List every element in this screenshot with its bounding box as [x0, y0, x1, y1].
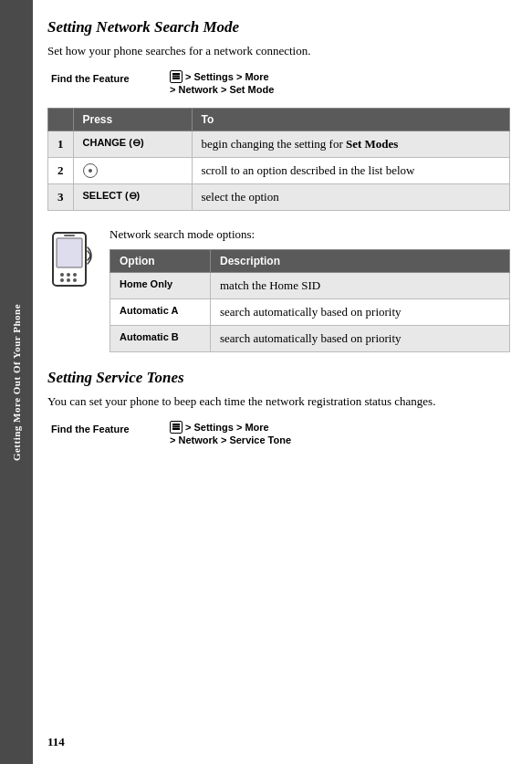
step-3-press: SELECT (⊖): [73, 184, 192, 211]
press-table-header-to: To: [192, 109, 510, 131]
table-row: Automatic A search automatically based o…: [110, 299, 510, 326]
step-1-to: begin changing the setting for Set Modes: [192, 131, 510, 158]
section3-title: Setting Service Tones: [47, 369, 510, 387]
option-automatic-b: Automatic B: [110, 326, 211, 352]
step-2-press: [73, 158, 192, 184]
section1-title: Setting Network Search Mode: [47, 18, 510, 37]
option-automatic-a-desc: search automatically based on priority: [211, 299, 510, 326]
menu-icon-1: [170, 70, 183, 83]
sidebar: Getting More Out Of Your Phone: [0, 0, 33, 764]
press-table-header-step: [48, 109, 74, 131]
step-3-to: select the option: [192, 184, 510, 211]
table-row: 2 scroll to an option described in the l…: [48, 158, 510, 184]
svg-point-6: [67, 278, 70, 282]
step-2-num: 2: [48, 158, 74, 184]
find-feature-label-3: Find the Feature: [51, 422, 170, 434]
options-header-option: Option: [110, 250, 211, 273]
options-table: Option Description Home Only match the H…: [110, 249, 510, 352]
svg-point-5: [60, 278, 64, 282]
find-feature-path-1-line2: > Network > Set Mode: [170, 84, 274, 95]
press-table: Press To 1 CHANGE (⊖) begin changing the…: [47, 108, 510, 211]
phone-icon-container: [47, 227, 99, 295]
find-feature-path-3: > Settings > More > Network > Service To…: [170, 422, 291, 445]
step-1-press: CHANGE (⊖): [73, 131, 192, 158]
main-content: Setting Network Search Mode Set how your…: [33, 0, 532, 764]
option-home-only-desc: match the Home SID: [211, 273, 510, 299]
sidebar-label: Getting More Out Of Your Phone: [11, 303, 22, 460]
find-feature-path-1-line1: > Settings > More: [170, 71, 269, 84]
find-feature-3: Find the Feature > Settings > More > Net…: [47, 422, 510, 445]
svg-point-4: [73, 273, 77, 277]
option-home-only: Home Only: [110, 273, 211, 299]
step-3-num: 3: [48, 184, 74, 211]
svg-point-3: [67, 273, 70, 277]
network-section: Network search mode options: Option Desc…: [47, 227, 510, 352]
table-row: Home Only match the Home SID: [110, 273, 510, 299]
section3-subtitle: You can set your phone to beep each time…: [47, 394, 510, 409]
option-automatic-a: Automatic A: [110, 299, 211, 326]
svg-rect-1: [57, 238, 82, 267]
svg-point-7: [73, 278, 77, 282]
table-row: Automatic B search automatically based o…: [110, 326, 510, 352]
find-feature-label-1: Find the Feature: [51, 71, 170, 84]
option-automatic-b-desc: search automatically based on priority: [211, 326, 510, 352]
find-feature-1: Find the Feature > Settings > More > Net…: [47, 71, 510, 95]
network-intro: Network search mode options:: [110, 227, 510, 242]
network-content: Network search mode options: Option Desc…: [110, 227, 510, 352]
press-table-header-press: Press: [73, 109, 192, 131]
svg-point-2: [60, 273, 64, 277]
options-header-description: Description: [211, 250, 510, 273]
find-feature-path-3-line2: > Network > Service Tone: [170, 434, 291, 445]
step-2-to: scroll to an option described in the lis…: [192, 158, 510, 184]
scroll-icon: [83, 163, 98, 178]
find-feature-path-3-line1: > Settings > More: [170, 422, 269, 434]
section1-subtitle: Set how your phone searches for a networ…: [47, 44, 510, 58]
table-row: 3 SELECT (⊖) select the option: [48, 184, 510, 211]
table-row: 1 CHANGE (⊖) begin changing the setting …: [48, 131, 510, 158]
find-feature-path-1: > Settings > More > Network > Set Mode: [170, 71, 274, 95]
page-number: 114: [47, 735, 65, 749]
menu-icon-3: [170, 421, 183, 434]
step-1-num: 1: [48, 131, 74, 158]
phone-icon: [47, 231, 95, 295]
svg-rect-8: [64, 235, 75, 236]
